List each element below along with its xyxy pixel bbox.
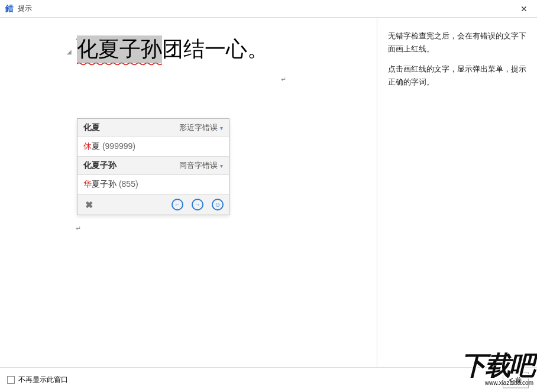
suggestion-rest: 夏 xyxy=(92,141,100,151)
chevron-down-icon: ▾ xyxy=(220,163,223,169)
titlebar: 錯 提示 ✕ xyxy=(0,0,537,18)
popup-suggestion[interactable]: 华夏子孙 (855) xyxy=(77,175,229,195)
next-button[interactable]: → xyxy=(191,198,204,211)
error-highlight[interactable]: 化夏子孙 xyxy=(77,35,162,63)
popup-error-type[interactable]: 形近字错误 ▾ xyxy=(179,122,223,133)
popup-header-1[interactable]: 化夏 形近字错误 ▾ xyxy=(77,119,229,137)
popup-close-button[interactable]: ✖ xyxy=(82,198,95,211)
smile-icon: ☺ xyxy=(212,199,224,210)
dont-show-checkbox[interactable]: 不再显示此窗口 xyxy=(7,375,68,385)
help-text-2: 点击画红线的文字，显示弹出菜单，提示正确的字词。 xyxy=(388,63,526,89)
correction-popup: 化夏 形近字错误 ▾ 休夏 (999999) 化夏子孙 同音字错误 ▾ 华夏子孙… xyxy=(77,118,229,215)
suggestion-frequency: (999999) xyxy=(102,141,135,151)
sentence-rest: 团结一心。 xyxy=(162,37,268,61)
x-icon: ✖ xyxy=(85,199,93,210)
arrow-right-icon: → xyxy=(192,199,203,210)
document-pane: ↵ ◢ 化夏子孙 团结一心。 ↵ ↵ 化夏 形近字错误 xyxy=(0,18,377,367)
content-area: ↵ ◢ 化夏子孙 团结一心。 ↵ ↵ 化夏 形近字错误 xyxy=(0,18,537,367)
prev-button[interactable]: ← xyxy=(171,198,184,211)
arrow-left-icon: ← xyxy=(172,199,183,210)
footer: 不再显示此窗口 < 前 xyxy=(0,367,537,392)
popup-header-2[interactable]: 化夏子孙 同音字错误 ▾ xyxy=(77,157,229,175)
popup-suggestion[interactable]: 休夏 (999999) xyxy=(77,137,229,157)
checkbox-label: 不再显示此窗口 xyxy=(18,375,68,385)
popup-error-word: 化夏 xyxy=(83,122,100,133)
checkbox-icon xyxy=(7,376,15,384)
chevron-down-icon: ▾ xyxy=(220,125,223,131)
help-text-1: 无错字检查完之后，会在有错误的文字下面画上红线。 xyxy=(388,30,526,56)
document-text[interactable]: 化夏子孙 团结一心。 xyxy=(0,35,377,63)
suggestion-correction: 休 xyxy=(83,141,92,151)
suggestion-frequency: (855) xyxy=(119,179,138,189)
paragraph-mark-icon: ↵ xyxy=(281,76,286,83)
popup-error-type[interactable]: 同音字错误 ▾ xyxy=(179,160,223,171)
suggestion-rest: 夏子孙 xyxy=(92,179,117,189)
feedback-button[interactable]: ☺ xyxy=(211,198,224,211)
paragraph-mark-icon: ↵ xyxy=(76,225,81,232)
close-button[interactable]: ✕ xyxy=(516,2,532,15)
popup-toolbar: ✖ ← → ☺ xyxy=(77,195,229,215)
app-icon: 錯 xyxy=(5,4,14,14)
popup-error-word: 化夏子孙 xyxy=(83,160,117,171)
close-icon: ✕ xyxy=(520,4,528,14)
previous-button[interactable]: < 前 xyxy=(503,372,529,388)
help-panel: 无错字检查完之后，会在有错误的文字下面画上红线。 点击画红线的文字，显示弹出菜单… xyxy=(377,18,537,367)
window-title: 提示 xyxy=(18,4,32,14)
wavy-underline-icon xyxy=(77,62,162,66)
highlighted-text: 化夏子孙 xyxy=(77,37,162,61)
suggestion-correction: 华 xyxy=(83,179,92,189)
